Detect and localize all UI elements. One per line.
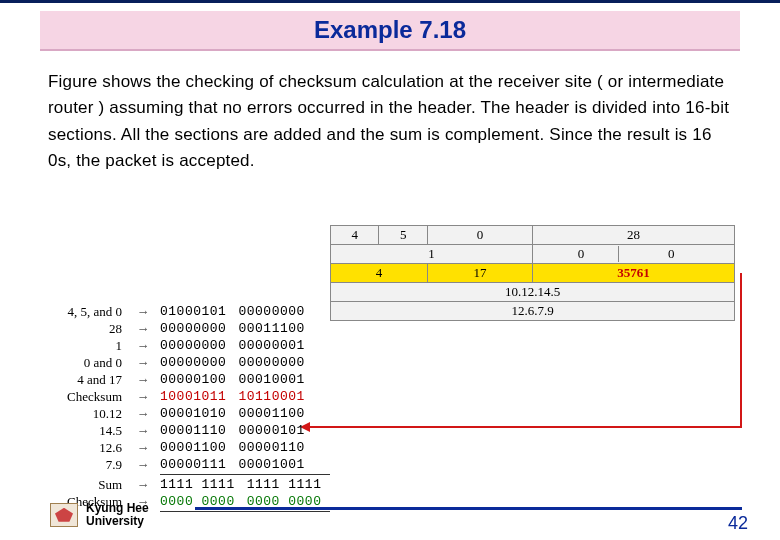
cell-len: 28 <box>532 226 734 245</box>
arrow-connector-h <box>308 426 742 428</box>
lbl-5: 4 and 17 <box>44 372 126 388</box>
university-name-2: University <box>86 515 149 528</box>
title-band: Example 7.18 <box>40 11 740 51</box>
lbl-sum: Sum <box>44 477 126 493</box>
arrow-icon: → <box>126 423 160 439</box>
footer-rule <box>195 507 742 510</box>
arrow-icon: → <box>126 355 160 371</box>
cell-dst-ip: 12.6.7.9 <box>331 302 735 321</box>
divider <box>160 511 330 512</box>
arrow-icon: → <box>126 338 160 354</box>
arrow-icon: → <box>126 477 160 493</box>
cell-proto: 17 <box>427 264 532 283</box>
cell-frag: 0 <box>619 246 723 262</box>
arrow-icon: → <box>126 321 160 337</box>
lbl-7: 10.12 <box>44 406 126 422</box>
footer: Kyung Hee University <box>50 502 149 528</box>
page-number: 42 <box>728 513 748 534</box>
arrow-icon: → <box>126 389 160 405</box>
arrow-icon: → <box>126 406 160 422</box>
lbl-6: Checksum <box>44 389 126 405</box>
cell-tos: 0 <box>427 226 532 245</box>
divider <box>160 474 330 475</box>
cell-ttl: 4 <box>331 264 428 283</box>
cell-src-ip: 10.12.14.5 <box>331 283 735 302</box>
calculation-block: 4, 5, and 0→0100010100000000 28→00000000… <box>44 303 330 513</box>
university-logo-icon <box>50 503 78 527</box>
lbl-10: 7.9 <box>44 457 126 473</box>
cell-id: 1 <box>331 245 533 264</box>
cell-ver: 4 <box>331 226 379 245</box>
cell-hlen: 5 <box>379 226 427 245</box>
lbl-3: 1 <box>44 338 126 354</box>
cell-flags: 0 <box>544 246 620 262</box>
arrow-connector-v <box>740 273 742 428</box>
university-name-1: Kyung Hee <box>86 502 149 515</box>
slide-title: Example 7.18 <box>40 16 740 44</box>
lbl-4: 0 and 0 <box>44 355 126 371</box>
lbl-1: 4, 5, and 0 <box>44 304 126 320</box>
ip-header-table: 4 5 0 28 1 00 4 17 35761 10.12.14.5 12.6… <box>330 225 735 321</box>
cell-checksum: 35761 <box>532 264 734 283</box>
lbl-8: 14.5 <box>44 423 126 439</box>
body-paragraph: Figure shows the checking of checksum ca… <box>48 69 732 174</box>
arrow-icon: → <box>126 304 160 320</box>
arrow-icon: → <box>126 440 160 456</box>
lbl-2: 28 <box>44 321 126 337</box>
lbl-9: 12.6 <box>44 440 126 456</box>
arrow-icon: → <box>126 457 160 473</box>
arrow-icon: → <box>126 372 160 388</box>
